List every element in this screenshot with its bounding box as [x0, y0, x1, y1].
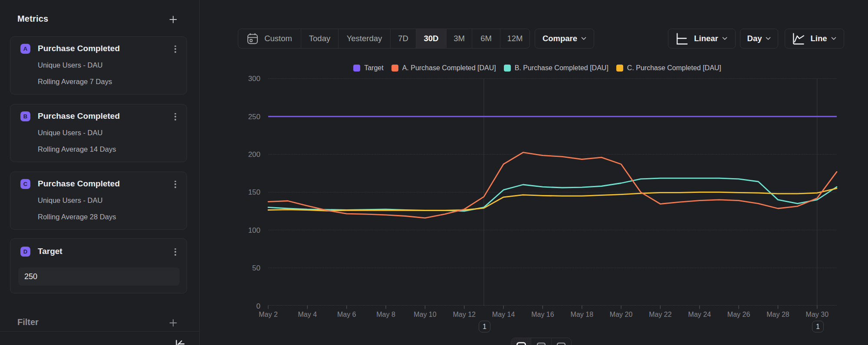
svg-text:May 30: May 30	[806, 311, 829, 318]
svg-text:May 8: May 8	[376, 311, 395, 318]
svg-text:300: 300	[248, 75, 260, 83]
svg-text:0: 0	[256, 302, 260, 310]
svg-text:50: 50	[252, 264, 260, 272]
svg-text:May 18: May 18	[571, 311, 594, 318]
svg-text:May 22: May 22	[649, 311, 672, 318]
svg-text:May 28: May 28	[766, 311, 789, 318]
svg-text:May 24: May 24	[688, 311, 711, 318]
svg-text:May 14: May 14	[492, 311, 515, 318]
svg-text:May 26: May 26	[727, 311, 750, 318]
svg-text:May 16: May 16	[531, 311, 554, 318]
svg-text:May 12: May 12	[453, 311, 476, 318]
svg-text:May 10: May 10	[414, 311, 437, 318]
svg-text:200: 200	[248, 150, 260, 159]
svg-text:May 6: May 6	[337, 311, 356, 318]
svg-text:May 4: May 4	[298, 311, 317, 318]
svg-text:150: 150	[248, 188, 260, 196]
svg-text:100: 100	[248, 226, 260, 234]
svg-text:May 2: May 2	[259, 311, 278, 318]
svg-text:May 20: May 20	[610, 311, 633, 318]
svg-text:250: 250	[248, 113, 260, 121]
